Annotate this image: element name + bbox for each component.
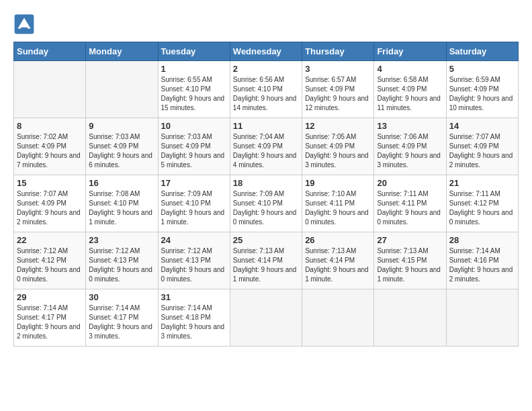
empty-cell xyxy=(302,289,374,347)
day-number: 20 xyxy=(377,178,443,188)
calendar-day-cell: 1 Sunrise: 6:55 AM Sunset: 4:10 PM Dayli… xyxy=(158,61,230,118)
day-info: Sunrise: 7:04 AM Sunset: 4:09 PM Dayligh… xyxy=(233,132,299,170)
day-number: 1 xyxy=(161,64,227,74)
day-info: Sunrise: 7:10 AM Sunset: 4:11 PM Dayligh… xyxy=(305,189,371,227)
day-info: Sunrise: 6:55 AM Sunset: 4:10 PM Dayligh… xyxy=(161,75,227,113)
calendar-day-cell: 14 Sunrise: 7:07 AM Sunset: 4:09 PM Dayl… xyxy=(446,118,518,175)
day-of-week-header: Saturday xyxy=(446,42,518,61)
day-number: 28 xyxy=(449,235,515,245)
day-info: Sunrise: 7:02 AM Sunset: 4:09 PM Dayligh… xyxy=(17,132,83,170)
day-number: 16 xyxy=(89,178,154,188)
svg-rect-2 xyxy=(21,28,28,31)
day-number: 9 xyxy=(89,121,154,131)
day-info: Sunrise: 7:09 AM Sunset: 4:10 PM Dayligh… xyxy=(161,189,227,227)
day-info: Sunrise: 7:12 AM Sunset: 4:13 PM Dayligh… xyxy=(161,246,227,284)
day-number: 29 xyxy=(17,292,83,302)
day-number: 31 xyxy=(161,292,227,302)
calendar-day-cell: 22 Sunrise: 7:12 AM Sunset: 4:12 PM Dayl… xyxy=(14,232,86,289)
calendar-day-cell: 25 Sunrise: 7:13 AM Sunset: 4:14 PM Dayl… xyxy=(230,232,302,289)
day-number: 2 xyxy=(233,64,299,74)
calendar-day-cell: 18 Sunrise: 7:09 AM Sunset: 4:10 PM Dayl… xyxy=(230,175,302,232)
logo xyxy=(13,13,38,35)
day-number: 22 xyxy=(17,235,83,245)
calendar-table: SundayMondayTuesdayWednesdayThursdayFrid… xyxy=(13,42,519,347)
day-number: 13 xyxy=(377,121,443,131)
day-info: Sunrise: 7:13 AM Sunset: 4:14 PM Dayligh… xyxy=(233,246,299,284)
day-of-week-header: Tuesday xyxy=(158,42,230,61)
calendar-day-cell: 2 Sunrise: 6:56 AM Sunset: 4:10 PM Dayli… xyxy=(230,61,302,118)
logo-icon xyxy=(13,13,35,35)
day-info: Sunrise: 7:03 AM Sunset: 4:09 PM Dayligh… xyxy=(89,132,154,170)
day-info: Sunrise: 7:11 AM Sunset: 4:12 PM Dayligh… xyxy=(449,189,515,227)
day-info: Sunrise: 7:05 AM Sunset: 4:09 PM Dayligh… xyxy=(305,132,371,170)
day-number: 17 xyxy=(161,178,227,188)
calendar-day-cell: 9 Sunrise: 7:03 AM Sunset: 4:09 PM Dayli… xyxy=(86,118,158,175)
calendar-day-cell: 5 Sunrise: 6:59 AM Sunset: 4:09 PM Dayli… xyxy=(446,61,518,118)
calendar-day-cell: 10 Sunrise: 7:03 AM Sunset: 4:09 PM Dayl… xyxy=(158,118,230,175)
empty-cell xyxy=(374,289,446,347)
day-info: Sunrise: 7:13 AM Sunset: 4:15 PM Dayligh… xyxy=(377,246,443,284)
day-info: Sunrise: 7:07 AM Sunset: 4:09 PM Dayligh… xyxy=(17,189,83,227)
day-number: 23 xyxy=(89,235,154,245)
calendar-week-row: 22 Sunrise: 7:12 AM Sunset: 4:12 PM Dayl… xyxy=(14,232,519,289)
day-number: 14 xyxy=(449,121,515,131)
calendar-day-cell: 29 Sunrise: 7:14 AM Sunset: 4:17 PM Dayl… xyxy=(14,289,86,347)
calendar-day-cell: 17 Sunrise: 7:09 AM Sunset: 4:10 PM Dayl… xyxy=(158,175,230,232)
day-info: Sunrise: 7:11 AM Sunset: 4:11 PM Dayligh… xyxy=(377,189,443,227)
calendar-day-cell: 4 Sunrise: 6:58 AM Sunset: 4:09 PM Dayli… xyxy=(374,61,446,118)
day-number: 30 xyxy=(89,292,154,302)
day-number: 19 xyxy=(305,178,371,188)
calendar-day-cell: 30 Sunrise: 7:14 AM Sunset: 4:17 PM Dayl… xyxy=(86,289,158,347)
calendar-week-row: 29 Sunrise: 7:14 AM Sunset: 4:17 PM Dayl… xyxy=(14,289,519,347)
day-info: Sunrise: 7:13 AM Sunset: 4:14 PM Dayligh… xyxy=(305,246,371,284)
day-info: Sunrise: 7:14 AM Sunset: 4:18 PM Dayligh… xyxy=(161,304,227,341)
calendar-day-cell: 8 Sunrise: 7:02 AM Sunset: 4:09 PM Dayli… xyxy=(14,118,86,175)
day-number: 21 xyxy=(449,178,515,188)
calendar-day-cell: 31 Sunrise: 7:14 AM Sunset: 4:18 PM Dayl… xyxy=(158,289,230,347)
day-number: 8 xyxy=(17,121,83,131)
calendar-day-cell: 26 Sunrise: 7:13 AM Sunset: 4:14 PM Dayl… xyxy=(302,232,374,289)
day-of-week-header: Sunday xyxy=(14,42,86,61)
calendar-day-cell: 11 Sunrise: 7:04 AM Sunset: 4:09 PM Dayl… xyxy=(230,118,302,175)
calendar-day-cell: 16 Sunrise: 7:08 AM Sunset: 4:10 PM Dayl… xyxy=(86,175,158,232)
calendar-header-row: SundayMondayTuesdayWednesdayThursdayFrid… xyxy=(14,42,519,61)
day-number: 12 xyxy=(305,121,371,131)
day-number: 15 xyxy=(17,178,83,188)
day-number: 11 xyxy=(233,121,299,131)
day-number: 25 xyxy=(233,235,299,245)
day-info: Sunrise: 7:14 AM Sunset: 4:16 PM Dayligh… xyxy=(449,246,515,284)
day-info: Sunrise: 7:12 AM Sunset: 4:12 PM Dayligh… xyxy=(17,246,83,284)
calendar-day-cell: 23 Sunrise: 7:12 AM Sunset: 4:13 PM Dayl… xyxy=(86,232,158,289)
empty-cell xyxy=(86,61,158,118)
day-of-week-header: Thursday xyxy=(302,42,374,61)
day-info: Sunrise: 7:07 AM Sunset: 4:09 PM Dayligh… xyxy=(449,132,515,170)
calendar-day-cell: 20 Sunrise: 7:11 AM Sunset: 4:11 PM Dayl… xyxy=(374,175,446,232)
calendar-week-row: 1 Sunrise: 6:55 AM Sunset: 4:10 PM Dayli… xyxy=(14,61,519,118)
calendar-day-cell: 13 Sunrise: 7:06 AM Sunset: 4:09 PM Dayl… xyxy=(374,118,446,175)
day-number: 26 xyxy=(305,235,371,245)
day-number: 4 xyxy=(377,64,443,74)
day-number: 27 xyxy=(377,235,443,245)
empty-cell xyxy=(14,61,86,118)
day-info: Sunrise: 6:58 AM Sunset: 4:09 PM Dayligh… xyxy=(377,75,443,113)
calendar-day-cell: 12 Sunrise: 7:05 AM Sunset: 4:09 PM Dayl… xyxy=(302,118,374,175)
day-of-week-header: Monday xyxy=(86,42,158,61)
calendar-day-cell: 15 Sunrise: 7:07 AM Sunset: 4:09 PM Dayl… xyxy=(14,175,86,232)
day-info: Sunrise: 7:12 AM Sunset: 4:13 PM Dayligh… xyxy=(89,246,154,284)
day-info: Sunrise: 7:03 AM Sunset: 4:09 PM Dayligh… xyxy=(161,132,227,170)
day-info: Sunrise: 7:14 AM Sunset: 4:17 PM Dayligh… xyxy=(17,304,83,341)
header xyxy=(13,13,519,35)
calendar-week-row: 15 Sunrise: 7:07 AM Sunset: 4:09 PM Dayl… xyxy=(14,175,519,232)
empty-cell xyxy=(230,289,302,347)
day-info: Sunrise: 7:08 AM Sunset: 4:10 PM Dayligh… xyxy=(89,189,154,227)
day-number: 18 xyxy=(233,178,299,188)
day-info: Sunrise: 6:57 AM Sunset: 4:09 PM Dayligh… xyxy=(305,75,371,113)
day-number: 3 xyxy=(305,64,371,74)
day-info: Sunrise: 6:56 AM Sunset: 4:10 PM Dayligh… xyxy=(233,75,299,113)
day-info: Sunrise: 7:09 AM Sunset: 4:10 PM Dayligh… xyxy=(233,189,299,227)
calendar-day-cell: 19 Sunrise: 7:10 AM Sunset: 4:11 PM Dayl… xyxy=(302,175,374,232)
calendar-day-cell: 24 Sunrise: 7:12 AM Sunset: 4:13 PM Dayl… xyxy=(158,232,230,289)
calendar-week-row: 8 Sunrise: 7:02 AM Sunset: 4:09 PM Dayli… xyxy=(14,118,519,175)
day-info: Sunrise: 7:14 AM Sunset: 4:17 PM Dayligh… xyxy=(89,304,154,341)
empty-cell xyxy=(446,289,518,347)
